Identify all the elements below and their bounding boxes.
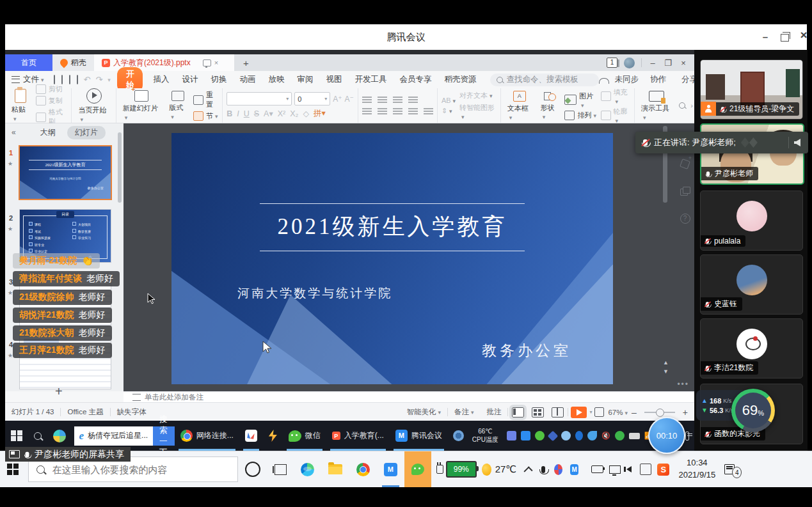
missing-font-warning[interactable]: 缺失字体 [111,407,153,417]
outline-button[interactable]: 轮廓 [601,107,630,124]
tab-home[interactable]: 首页 [5,54,52,71]
distribute-icon[interactable] [424,107,433,115]
menu-review[interactable]: 审阅 [291,74,319,85]
text-direction-button[interactable]: AB [442,97,456,104]
subscript-button[interactable]: X₂ [290,109,298,118]
line-spacing-button[interactable]: ⇕ [442,107,456,115]
textbox-button[interactable]: A 文本框 [505,90,534,122]
redo-icon[interactable]: ↷ [95,75,102,84]
cortana-button[interactable] [238,451,267,487]
tray-icon-mute[interactable]: 🔇 [601,432,610,440]
slides-tab[interactable]: 幻灯片 [67,126,106,139]
file-explorer-button[interactable] [321,451,349,487]
notes-bar[interactable]: 单击此处添加备注 [123,391,703,403]
prev-slide-button[interactable]: ▲ [663,359,669,366]
weather-sun-icon[interactable] [482,464,491,476]
menu-transition[interactable]: 切换 [204,74,233,85]
participant-video[interactable]: pulalala [700,191,803,251]
meeting-app-button[interactable] [377,451,404,487]
align-center-icon[interactable] [378,107,387,115]
quickbar-more-icon[interactable]: ▾ [107,77,111,83]
clear-format-button[interactable]: ◇ [303,109,309,118]
window-count-indicator[interactable]: 1 [607,58,617,68]
mic-tray-icon[interactable] [541,466,545,473]
menu-insert[interactable]: 插入 [147,74,175,85]
speaker-tray-icon[interactable] [626,466,632,472]
taskbar-search-input[interactable] [51,464,230,476]
fit-slide-icon[interactable] [594,407,604,417]
menu-docer-res[interactable]: 稻壳资源 [438,74,482,85]
meeting-tray-icon[interactable] [570,464,578,475]
pinyin-button[interactable]: 拼▾ [314,108,326,119]
output-icon[interactable] [61,75,63,84]
chrome-task-button[interactable]: 网络连接... [175,421,239,451]
zoom-out-button[interactable]: – [629,407,639,417]
participant-video[interactable]: 史蓝钰 [700,254,803,315]
indent-decrease-icon[interactable] [393,96,402,104]
tray-icon-meeting[interactable] [521,431,530,441]
normal-view-button[interactable] [512,407,524,417]
print-icon[interactable] [69,75,70,84]
ribbon-overflow-arrow[interactable]: › [689,88,694,123]
collab-button[interactable]: 协作 [644,74,673,85]
menu-slideshow[interactable]: 放映 [262,74,291,85]
participant-video[interactable]: 李洁21数院 [700,318,803,378]
meeting-task-button[interactable]: 腾讯会议 [390,421,448,451]
beautify-wand-icon[interactable] [680,159,690,169]
play-from-current-button[interactable]: 当页开始 [76,87,111,124]
shared-start-button[interactable] [5,421,28,451]
font-size-select[interactable]: 0▾ [294,92,330,105]
smart-graphic-button[interactable]: 转智能图形 [459,103,497,120]
tray-icon-bluetooth[interactable] [575,431,583,441]
slideshow-play-button[interactable] [571,407,587,418]
tab-document[interactable]: P 入学教育(2021级).pptx × [94,54,234,71]
save-icon[interactable] [54,75,55,84]
next-slide-button[interactable]: ▼ [663,368,669,375]
display-tray-icon[interactable] [609,465,621,474]
menu-view[interactable]: 视图 [319,74,348,85]
slide-1-thumbnail[interactable]: 2021级新生入学教育 河南大学数学与统计学院 教务办公室 [19,145,112,200]
ie-quick-search-box[interactable]: e 杨倩夺冠后追星... [74,426,154,446]
menu-member[interactable]: 会员专享 [393,74,438,85]
browser360-button[interactable] [47,421,72,451]
cut-button[interactable]: 剪切 [36,84,68,94]
tray-icon-shield[interactable] [615,431,625,441]
wps-task-button[interactable]: P 入学教育(... [326,421,390,451]
wechat-app-button[interactable] [404,451,431,487]
tray-icon-browser[interactable] [587,431,597,441]
collapse-panel-icon[interactable]: « [12,128,16,137]
tab-docer[interactable]: 稻壳 [52,54,94,71]
task-view-button[interactable] [267,451,294,487]
menu-animation[interactable]: 动画 [233,74,262,85]
account-avatar[interactable] [624,58,635,68]
command-search-box[interactable]: 查找命令、搜索模板 [490,74,599,86]
minimize-button[interactable] [760,32,770,42]
ime-tray-icon[interactable] [640,464,651,475]
docs-task-button[interactable] [239,421,263,451]
zoom-in-button[interactable]: + [680,407,690,417]
new-slide-button[interactable]: 新建幻灯片 [120,89,163,122]
battery-widget[interactable]: 99% [436,461,477,478]
flash-task-button[interactable] [263,421,283,451]
taskbar-clock[interactable]: 10:34 2021/9/15 [678,457,715,481]
zoom-slider-knob[interactable] [656,409,664,417]
notes-toggle-button[interactable]: 备注 [448,407,481,417]
shapes-button[interactable]: 形状 [538,90,561,121]
shared-search-button[interactable] [28,421,47,451]
tray-gear-icon[interactable] [453,430,464,441]
wechat-task-button[interactable]: 微信 [283,421,326,451]
play-options-caret[interactable]: ▾ [589,409,592,415]
close-button[interactable] [799,30,809,40]
copy-button[interactable]: 复制 [36,96,68,105]
wps-minimize-button[interactable]: – [648,58,657,68]
add-slide-button[interactable]: + [55,384,63,399]
theme-name[interactable]: Office 主题 [61,407,109,417]
align-left-icon[interactable] [362,107,372,115]
fill-button[interactable]: 填充 [601,88,630,105]
sogou-input-icon[interactable]: S [657,464,669,476]
strike-button[interactable]: S [254,109,259,118]
reset-button[interactable]: 重置 [193,90,218,109]
section-button[interactable]: 节 [193,111,218,121]
italic-button[interactable]: I [237,109,239,118]
font-shrink-button[interactable]: A⁻ [345,95,354,104]
